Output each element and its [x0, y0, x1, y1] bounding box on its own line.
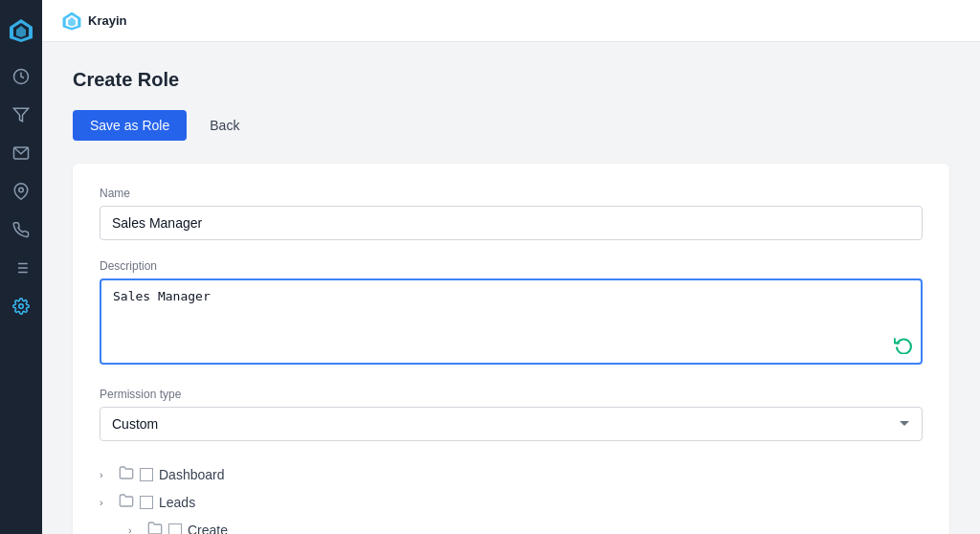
- chevron-dashboard-icon[interactable]: ›: [100, 469, 113, 480]
- logo: [0, 10, 42, 52]
- page-title: Create Role: [73, 69, 949, 91]
- page-content: Create Role Save as Role Back Name Descr…: [42, 42, 980, 534]
- action-bar: Save as Role Back: [73, 110, 949, 141]
- permission-type-select[interactable]: Custom All None: [100, 407, 923, 441]
- sidebar: [0, 0, 42, 534]
- svg-marker-4: [14, 108, 29, 122]
- checkbox-leads-create[interactable]: [168, 523, 182, 535]
- permissions-tree: › Dashboard › Leads: [100, 460, 923, 534]
- main-area: Krayin Create Role Save as Role Back Nam…: [42, 0, 980, 534]
- svg-point-13: [19, 304, 24, 309]
- checkbox-leads[interactable]: [140, 496, 153, 509]
- perm-item-dashboard: › Dashboard: [100, 460, 923, 488]
- folder-create-icon: [147, 521, 163, 534]
- description-label: Description: [100, 259, 923, 273]
- checkbox-dashboard[interactable]: [140, 468, 153, 481]
- description-textarea[interactable]: Sales Manager: [100, 278, 923, 365]
- sidebar-item-list[interactable]: [0, 249, 42, 287]
- sidebar-item-settings[interactable]: [0, 287, 42, 325]
- svg-point-6: [19, 188, 24, 192]
- chevron-leads-icon[interactable]: ›: [100, 497, 113, 508]
- sidebar-item-phone[interactable]: [0, 211, 42, 249]
- perm-label-leads: Leads: [159, 495, 195, 510]
- chevron-create-icon[interactable]: ›: [128, 524, 142, 535]
- perm-label-dashboard: Dashboard: [159, 467, 225, 482]
- sidebar-item-location[interactable]: [0, 172, 42, 211]
- folder-leads-icon: [119, 493, 134, 511]
- name-input[interactable]: [100, 206, 923, 240]
- description-group: Description Sales Manager: [100, 259, 923, 368]
- permission-type-label: Permission type: [100, 388, 923, 401]
- form-card: Name Description Sales Manager Permissio…: [73, 164, 949, 534]
- brand-name: Krayin: [88, 13, 126, 28]
- sidebar-item-clock[interactable]: [0, 57, 42, 96]
- name-group: Name: [100, 187, 923, 240]
- topbar: Krayin: [42, 0, 980, 42]
- description-wrapper: Sales Manager: [100, 278, 923, 368]
- sidebar-item-mail[interactable]: [0, 134, 42, 172]
- perm-item-leads-create: › Create: [100, 516, 923, 534]
- perm-item-leads: › Leads: [100, 488, 923, 516]
- folder-dashboard-icon: [119, 465, 134, 483]
- sidebar-item-filter[interactable]: [0, 96, 42, 134]
- name-label: Name: [100, 187, 923, 200]
- back-button[interactable]: Back: [198, 110, 251, 141]
- save-as-role-button[interactable]: Save as Role: [73, 110, 187, 141]
- perm-label-leads-create: Create: [188, 523, 228, 535]
- permission-type-group: Permission type Custom All None: [100, 388, 923, 441]
- brand-logo: Krayin: [61, 11, 126, 32]
